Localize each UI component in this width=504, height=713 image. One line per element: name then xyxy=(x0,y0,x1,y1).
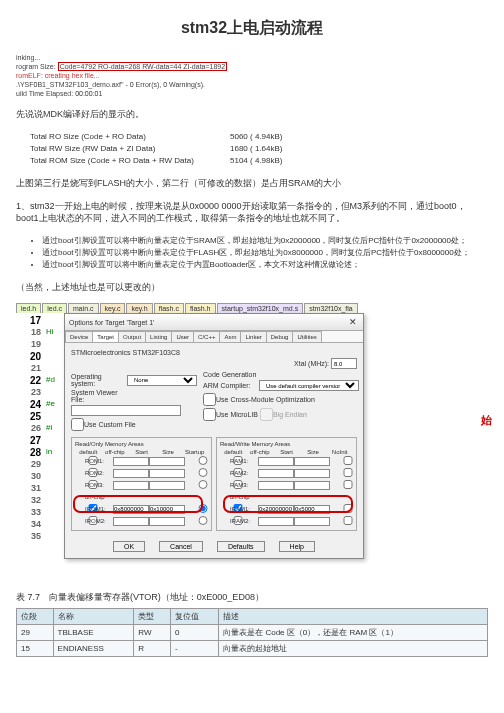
arm-label: ARM Compiler: xyxy=(203,382,259,389)
dlg-tab-asm[interactable]: Asm xyxy=(219,331,241,342)
os-label: Operating system: xyxy=(71,373,127,387)
xtal-input[interactable] xyxy=(331,358,357,369)
irom1-start[interactable] xyxy=(113,505,149,514)
ram3-noinit[interactable] xyxy=(330,480,366,489)
irom2-size[interactable] xyxy=(149,517,185,526)
iram1-start[interactable] xyxy=(258,505,294,514)
irom2-start[interactable] xyxy=(113,517,149,526)
chip-label: STMicroelectronics STM32F103C8 xyxy=(71,349,180,356)
dlg-tab-listing[interactable]: Listing xyxy=(145,331,172,342)
help-button[interactable]: Help xyxy=(279,541,315,552)
editor-tabs: led.h led.c main.c key.c key.h flash.c f… xyxy=(16,303,488,313)
editor-area: led.h led.c main.c key.c key.h flash.c f… xyxy=(16,303,488,561)
ram2-noinit[interactable] xyxy=(330,468,366,477)
ram1-noinit[interactable] xyxy=(330,456,366,465)
options-dialog: Options for Target 'Target 1' ✕ Device T… xyxy=(64,313,364,559)
tab-led-h[interactable]: led.h xyxy=(16,303,41,313)
iram2-size[interactable] xyxy=(294,517,330,526)
iram1-noinit[interactable] xyxy=(330,504,366,513)
page-title: stm32上电启动流程 xyxy=(16,18,488,39)
tab-key-h[interactable]: key.h xyxy=(126,303,152,313)
para-1: 先说说MDK编译好后的显示的。 xyxy=(16,108,488,121)
iram2-noinit[interactable] xyxy=(330,516,366,525)
ram2-size[interactable] xyxy=(294,469,330,478)
dlg-tab-user[interactable]: User xyxy=(171,331,194,342)
sv-input[interactable] xyxy=(71,405,181,416)
tab-flash-c[interactable]: flash.c xyxy=(154,303,184,313)
tab-flash-h[interactable]: flash.h xyxy=(185,303,216,313)
size-highlight: Code=4792 RO-data=268 RW-data=44 ZI-data… xyxy=(58,62,228,71)
cancel-button[interactable]: Cancel xyxy=(159,541,203,552)
line-gutter: 171819 202122 232425 262728 293031 32333… xyxy=(16,315,44,543)
defaults-button[interactable]: Defaults xyxy=(217,541,265,552)
ro-memory-group: Read/Only Memory Areas defaultoff-chipSt… xyxy=(71,437,212,531)
os-select[interactable]: None xyxy=(127,375,197,386)
xtal-label: Xtal (MHz): xyxy=(294,360,329,367)
dlg-tab-debug[interactable]: Debug xyxy=(266,331,294,342)
microlib-check[interactable] xyxy=(203,408,216,421)
codegen-label: Code Generation xyxy=(203,371,359,378)
rom2-size[interactable] xyxy=(149,469,185,478)
rom3-size[interactable] xyxy=(149,481,185,490)
arm-select[interactable]: Use default compiler version 5 xyxy=(259,380,359,391)
boot-bullets: 通过boot引脚设置可以将中断向量表定位于SRAM区，即起始地址为0x20000… xyxy=(32,235,488,271)
table-row: 29TBLBASERW0向量表是在 Code 区（0），还是在 RAM 区（1） xyxy=(17,625,488,641)
dlg-tab-utilities[interactable]: Utilities xyxy=(292,331,321,342)
sv-label: System Viewer File: xyxy=(71,389,127,403)
dlg-tab-target[interactable]: Target xyxy=(92,331,119,342)
dlg-tab-output[interactable]: Output xyxy=(118,331,146,342)
vtor-table: 位段名称类型复位值描述 29TBLBASERW0向量表是在 Code 区（0），… xyxy=(16,608,488,657)
tab-stm32-fla[interactable]: stm32f10x_fla xyxy=(304,303,358,313)
dialog-tabs: Device Target Output Listing User C/C++ … xyxy=(65,331,363,343)
rom1-size[interactable] xyxy=(149,457,185,466)
tab-startup[interactable]: startup_stm32f10x_md.s xyxy=(217,303,304,313)
tab-led-c[interactable]: led.c xyxy=(42,303,67,313)
rom3-start[interactable] xyxy=(113,481,149,490)
table-caption: 表 7.7 向量表偏移量寄存器(VTOR)（地址：0xE000_ED08） xyxy=(16,591,488,604)
dialog-title: Options for Target 'Target 1' xyxy=(69,319,154,326)
code-fragments: Hi #d#e #iin xyxy=(46,315,55,459)
ok-button[interactable]: OK xyxy=(113,541,145,552)
rom1-start[interactable] xyxy=(113,457,149,466)
para-4: （当然，上述地址也是可以更改的） xyxy=(16,281,488,294)
ram1-start[interactable] xyxy=(258,457,294,466)
rw-memory-group: Read/Write Memory Areas defaultoff-chipS… xyxy=(216,437,357,531)
para-3: 1、stm32一开始上电的时候，按理来说是从0x0000 0000开始读取第一条… xyxy=(16,200,488,225)
tab-main-c[interactable]: main.c xyxy=(68,303,99,313)
dlg-tab-linker[interactable]: Linker xyxy=(240,331,266,342)
ram3-size[interactable] xyxy=(294,481,330,490)
iram2-start[interactable] xyxy=(258,517,294,526)
table-row: 15ENDIANESSR-向量表的起始地址 xyxy=(17,641,488,657)
totals-block: Total RO Size (Code + RO Data)5060 ( 4.9… xyxy=(30,131,488,167)
dlg-tab-cc[interactable]: C/C++ xyxy=(193,331,220,342)
crossmod-check[interactable] xyxy=(203,393,216,406)
custom-file-check[interactable] xyxy=(71,418,84,431)
irom1-size[interactable] xyxy=(149,505,185,514)
build-output: inking... rogram Size: Code=4792 RO-data… xyxy=(16,53,488,98)
rom2-start[interactable] xyxy=(113,469,149,478)
close-icon[interactable]: ✕ xyxy=(347,316,359,328)
ram3-start[interactable] xyxy=(258,481,294,490)
ram2-start[interactable] xyxy=(258,469,294,478)
tab-key-c[interactable]: key.c xyxy=(100,303,126,313)
dlg-tab-device[interactable]: Device xyxy=(65,331,93,342)
iram1-size[interactable] xyxy=(294,505,330,514)
bigendian-check xyxy=(260,408,273,421)
para-2: 上图第三行是烧写到FLASH的大小，第二行（可修改的数据）是占用SRAM的大小 xyxy=(16,177,488,190)
annotation-red: 始 xyxy=(481,413,492,428)
ram1-size[interactable] xyxy=(294,457,330,466)
